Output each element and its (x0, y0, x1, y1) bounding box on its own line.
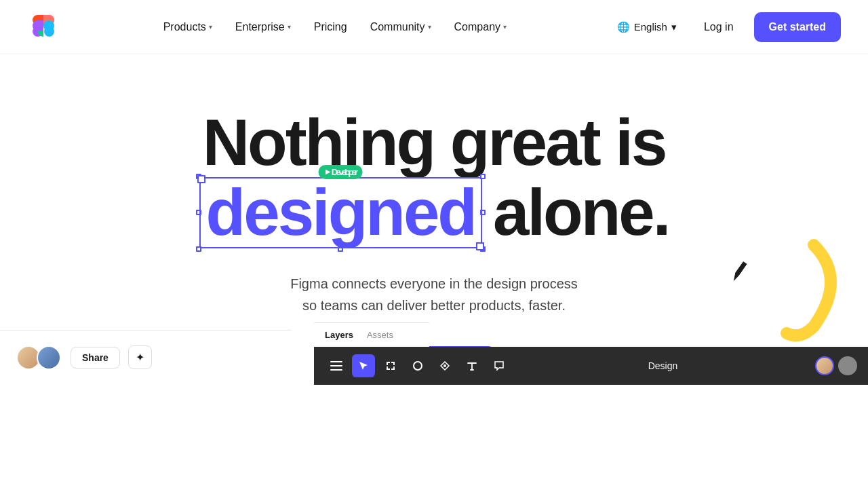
chevron-down-icon: ▾ (428, 23, 431, 31)
figma-toolbar: Design (314, 347, 868, 385)
star-button[interactable]: ✦ (128, 345, 152, 369)
share-button[interactable]: Share (71, 347, 120, 369)
avatar-2 (37, 345, 61, 370)
chevron-down-icon: ▾ (671, 21, 677, 33)
layers-assets-panel: Layers Assets (314, 322, 429, 347)
headline-row2: Developer designed alone. (199, 177, 669, 248)
get-started-nav-button[interactable]: Get started (754, 12, 841, 42)
login-link[interactable]: Log in (694, 16, 743, 39)
avatar-group (16, 345, 57, 370)
svg-rect-14 (393, 362, 395, 365)
navbar: Products ▾ Enterprise ▾ Pricing Communit… (0, 0, 868, 54)
design-panel-label: Design (648, 360, 678, 371)
nav-company[interactable]: Company ▾ (445, 16, 516, 39)
nav-pricing[interactable]: Pricing (304, 16, 357, 39)
text-tool-icon[interactable] (460, 354, 484, 377)
logo[interactable] (27, 10, 60, 45)
comment-tool-icon[interactable] (488, 354, 511, 377)
toolbar-avatar-1 (815, 356, 834, 375)
svg-rect-6 (330, 361, 342, 362)
toolbar-left (325, 354, 511, 377)
designed-word-wrapper: Developer designed (199, 177, 482, 248)
svg-point-17 (414, 362, 422, 370)
pen-tool-icon[interactable] (433, 354, 456, 377)
svg-rect-7 (330, 365, 342, 366)
bottom-strip: Share ✦ Layers Assets (0, 303, 868, 385)
hero-section: Nothing great is Developer desig (0, 54, 868, 385)
nav-right: 🌐 English ▾ Log in Get started (610, 12, 841, 42)
move-tool-icon[interactable] (352, 354, 375, 377)
nav-links: Products ▾ Enterprise ▾ Pricing Communit… (60, 16, 610, 39)
nav-enterprise[interactable]: Enterprise ▾ (226, 16, 300, 39)
headline-row1: Nothing great is (199, 109, 669, 177)
menu-icon[interactable] (325, 354, 348, 377)
shape-tool-icon[interactable] (406, 354, 429, 377)
svg-rect-13 (387, 362, 388, 365)
bottom-left-panel: Share ✦ (0, 331, 292, 385)
developer-badge: Developer (319, 165, 363, 180)
svg-point-18 (443, 364, 446, 367)
hero-headline: Nothing great is Developer desig (199, 109, 669, 248)
chevron-down-icon: ▾ (288, 23, 291, 31)
frame-tool-icon[interactable] (379, 354, 402, 377)
svg-rect-15 (387, 366, 388, 370)
svg-rect-8 (330, 369, 342, 371)
designed-word: designed (199, 177, 482, 248)
language-selector[interactable]: 🌐 English ▾ (610, 16, 684, 39)
toolbar-right (815, 356, 857, 375)
globe-icon: 🌐 (617, 21, 630, 33)
chevron-down-icon: ▾ (209, 23, 212, 31)
chevron-down-icon: ▾ (503, 23, 507, 31)
nav-community[interactable]: Community ▾ (361, 16, 441, 39)
assets-tab[interactable]: Assets (367, 330, 393, 340)
svg-rect-16 (393, 366, 395, 370)
toolbar-avatar-2 (838, 356, 857, 375)
layers-tab[interactable]: Layers (325, 330, 353, 340)
alone-word: alone. (493, 178, 669, 247)
nav-products[interactable]: Products ▾ (154, 16, 222, 39)
yellow-stroke-decoration (760, 238, 868, 347)
svg-point-5 (43, 20, 54, 31)
